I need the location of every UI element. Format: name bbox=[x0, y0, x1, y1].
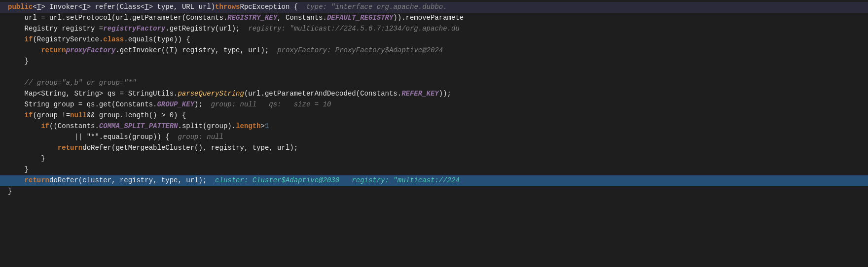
token-plain: url = url.setProtocol(url.getParameter(C… bbox=[8, 13, 227, 23]
token-if: if bbox=[25, 34, 33, 45]
code-editor: public < T > Invoker< T > refer(Class< T… bbox=[0, 0, 868, 267]
token-debug-group2: group: null bbox=[170, 132, 223, 142]
code-line-6: } bbox=[0, 56, 868, 67]
token-plain bbox=[8, 34, 25, 45]
token-plain: || "*".equals(group)) { bbox=[8, 132, 170, 142]
code-line-7 bbox=[0, 67, 868, 78]
token-plain: RpcException { bbox=[240, 2, 298, 12]
token-plain bbox=[8, 45, 41, 56]
token-plain: > bbox=[261, 121, 265, 132]
token-plain: String group = qs.get(Constants. bbox=[8, 100, 157, 110]
token-if3: if bbox=[41, 121, 49, 132]
code-line-10: String group = qs.get(Constants. GROUP_K… bbox=[0, 100, 868, 110]
token-public: public bbox=[8, 2, 33, 12]
code-line-11: if (group != null && group.length() > 0)… bbox=[0, 110, 868, 121]
token-debug-registry: registry: "multicast://224.5.6.7:1234/or… bbox=[240, 24, 460, 34]
token-throws: throws bbox=[215, 2, 240, 12]
token-plain: (group != bbox=[33, 110, 70, 121]
token-debug-cluster: cluster: Cluster$Adaptive@2030 registry:… bbox=[207, 175, 459, 186]
token-T: T bbox=[145, 2, 148, 12]
token-plain: } bbox=[8, 186, 12, 197]
token-plain: Registry registry = bbox=[8, 24, 103, 34]
token-registry-key: REGISTRY_KEY bbox=[227, 13, 277, 23]
token-default-registry: DEFAULT_REGISTRY bbox=[327, 13, 393, 23]
token-T2: T bbox=[170, 45, 174, 56]
code-line-1: public < T > Invoker< T > refer(Class< T… bbox=[0, 2, 868, 13]
token-refer-key: REFER_KEY bbox=[401, 89, 439, 99]
token-plain: , Constants. bbox=[277, 13, 327, 23]
token-proxy-factory: proxyFactory bbox=[66, 45, 116, 56]
token-plain: > type, URL url) bbox=[149, 2, 215, 12]
token-plain bbox=[8, 110, 25, 121]
token-plain: && group.length() > 0) { bbox=[87, 110, 186, 121]
token-plain: )).removeParamete bbox=[393, 13, 464, 23]
token-return2: return bbox=[58, 143, 82, 153]
code-line-12: if ((Constants. COMMA_SPLIT_PATTERN .spl… bbox=[0, 121, 868, 132]
token-plain: > Invoker< bbox=[41, 2, 82, 12]
code-line-13: || "*".equals(group)) { group: null bbox=[0, 132, 868, 143]
token-plain: Map<String, String> qs = StringUtils. bbox=[8, 89, 178, 99]
token-length: length bbox=[236, 121, 260, 132]
token-plain: } bbox=[8, 56, 29, 67]
token-null: null bbox=[70, 110, 87, 121]
token-plain bbox=[8, 175, 25, 186]
code-line-4: if (RegistryService. class .equals(type)… bbox=[0, 34, 868, 45]
token-plain: } bbox=[8, 165, 29, 175]
code-line-14: return doRefer(getMergeableCluster(), re… bbox=[0, 143, 868, 154]
token-plain: < bbox=[33, 2, 36, 12]
token-return: return bbox=[41, 45, 66, 56]
token-class: class bbox=[103, 34, 124, 45]
code-line-5: return proxyFactory .getInvoker(( T ) re… bbox=[0, 45, 868, 56]
token-T: T bbox=[37, 2, 41, 12]
token-plain bbox=[8, 78, 25, 88]
token-plain bbox=[8, 143, 58, 153]
token-plain: doRefer(getMergeableCluster(), registry,… bbox=[82, 143, 298, 153]
token-plain: .getInvoker(( bbox=[115, 45, 169, 56]
token-if2: if bbox=[25, 110, 33, 121]
token-debug-group: group: null qs: size = 10 bbox=[203, 100, 331, 110]
token-plain: > refer(Class< bbox=[87, 2, 145, 12]
token-plain: .equals(type)) { bbox=[124, 34, 190, 45]
token-plain: } bbox=[8, 154, 45, 164]
token-plain: .getRegistry(url); bbox=[165, 24, 240, 34]
token-T: T bbox=[82, 2, 86, 12]
token-comment-group: // group="a,b" or group="*" bbox=[25, 78, 137, 88]
token-return3: return bbox=[25, 175, 49, 186]
code-line-16: } bbox=[0, 165, 868, 175]
token-1: 1 bbox=[265, 121, 269, 132]
token-comma-split: COMMA_SPLIT_PATTERN bbox=[99, 121, 178, 132]
token-plain: ) registry, type, url); bbox=[174, 45, 269, 56]
code-line-18: } bbox=[0, 186, 868, 197]
code-line-8: // group="a,b" or group="*" bbox=[0, 78, 868, 89]
token-debug-type: type: "interface org.apache.dubbo. bbox=[298, 2, 447, 12]
token-debug-proxy: proxyFactory: ProxyFactory$Adaptive@2024 bbox=[269, 45, 443, 56]
code-line-3: Registry registry = registryFactory .get… bbox=[0, 24, 868, 34]
token-plain: doRefer(cluster, registry, type, url); bbox=[49, 175, 207, 186]
code-line-9: Map<String, String> qs = StringUtils. pa… bbox=[0, 89, 868, 100]
token-plain: )); bbox=[439, 89, 451, 99]
token-plain: .split(group). bbox=[178, 121, 236, 132]
token-plain: ); bbox=[194, 100, 203, 110]
token-plain: ((Constants. bbox=[49, 121, 99, 132]
code-line-2: url = url.setProtocol(url.getParameter(C… bbox=[0, 13, 868, 24]
token-parse-query: parseQueryString bbox=[178, 89, 244, 99]
token-group-key: GROUP_KEY bbox=[157, 100, 194, 110]
token-plain bbox=[8, 121, 41, 132]
token-plain bbox=[8, 67, 12, 77]
token-plain: (url.getParameterAndDecoded(Constants. bbox=[244, 89, 401, 99]
token-plain: (RegistryService. bbox=[33, 34, 103, 45]
code-line-17: return doRefer(cluster, registry, type, … bbox=[0, 175, 868, 186]
token-registry-factory: registryFactory bbox=[103, 24, 165, 34]
code-line-15: } bbox=[0, 154, 868, 165]
